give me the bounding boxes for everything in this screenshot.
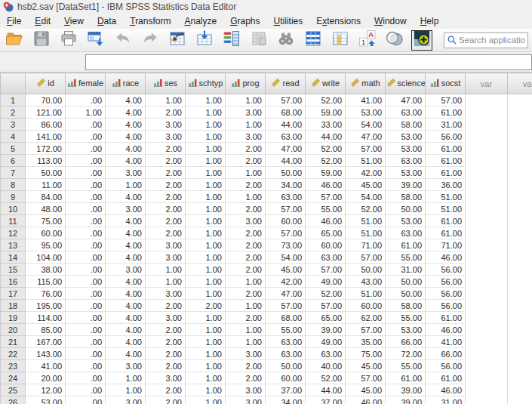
cell-read-row24[interactable]: 60.00 (266, 372, 306, 384)
cell-var1-row24[interactable] (466, 372, 508, 384)
cell-id-row23[interactable]: 41.00 (26, 360, 66, 372)
cell-math-row20[interactable]: 57.00 (346, 324, 386, 336)
cell-socst-row24[interactable]: 61.00 (426, 372, 466, 384)
cell-race-row1[interactable]: 4.00 (106, 94, 146, 106)
cell-ses-row11[interactable]: 2.00 (146, 215, 186, 227)
cell-id-row11[interactable]: 75.00 (26, 215, 66, 227)
toolbar-redo-button[interactable] (140, 30, 161, 51)
cell-math-row22[interactable]: 75.00 (346, 348, 386, 360)
cell-read-row10[interactable]: 57.00 (266, 203, 306, 215)
cell-prog-row20[interactable]: 1.00 (226, 324, 266, 336)
cell-socst-row21[interactable]: 41.00 (426, 336, 466, 348)
toolbar-custom-dialogs-button[interactable] (411, 30, 432, 51)
cell-prog-row8[interactable]: 2.00 (226, 179, 266, 191)
row-number[interactable]: 15 (1, 264, 26, 276)
cell-science-row22[interactable]: 72.00 (386, 348, 426, 360)
cell-id-row18[interactable]: 195.00 (26, 300, 66, 312)
cell-schtyp-row22[interactable]: 1.00 (186, 348, 226, 360)
cell-schtyp-row26[interactable]: 1.00 (186, 396, 226, 404)
cell-prog-row9[interactable]: 1.00 (226, 191, 266, 203)
cell-var1-row23[interactable] (466, 360, 508, 372)
cell-female-row6[interactable]: .00 (66, 155, 106, 167)
cell-schtyp-row16[interactable]: 1.00 (186, 276, 226, 288)
cell-socst-row15[interactable]: 56.00 (426, 264, 466, 276)
cell-ses-row3[interactable]: 3.00 (146, 119, 186, 131)
cell-var1-row13[interactable] (466, 239, 508, 251)
cell-race-row19[interactable]: 4.00 (106, 312, 146, 324)
column-header-prog[interactable]: prog (226, 73, 266, 94)
cell-socst-row9[interactable]: 51.00 (426, 191, 466, 203)
cell-race-row17[interactable]: 4.00 (106, 288, 146, 300)
cell-socst-row3[interactable]: 31.00 (426, 119, 466, 131)
menu-item-analyze[interactable]: Analyze (177, 14, 223, 29)
cell-ses-row10[interactable]: 2.00 (146, 203, 186, 215)
cell-write-row24[interactable]: 52.00 (306, 372, 346, 384)
cell-prog-row2[interactable]: 3.00 (226, 106, 266, 119)
menu-item-view[interactable]: View (57, 14, 91, 29)
cell-prog-row18[interactable]: 1.00 (226, 300, 266, 312)
toolbar-open-data-button[interactable] (4, 30, 25, 51)
cell-female-row5[interactable]: .00 (66, 143, 106, 155)
cell-var2-row15[interactable] (508, 264, 532, 276)
cell-socst-row23[interactable]: 56.00 (426, 360, 466, 372)
cell-math-row26[interactable]: 46.00 (346, 396, 386, 404)
cell-var1-row19[interactable] (466, 312, 508, 324)
cell-female-row12[interactable]: .00 (66, 227, 106, 239)
cell-ses-row20[interactable]: 2.00 (146, 324, 186, 336)
cell-schtyp-row3[interactable]: 1.00 (186, 119, 226, 131)
cell-science-row17[interactable]: 50.00 (386, 288, 426, 300)
cell-female-row9[interactable]: .00 (66, 191, 106, 203)
cell-math-row8[interactable]: 45.00 (346, 179, 386, 191)
column-header-read[interactable]: read (266, 73, 306, 94)
cell-schtyp-row17[interactable]: 1.00 (186, 288, 226, 300)
cell-id-row17[interactable]: 76.00 (26, 288, 66, 300)
cell-var2-row22[interactable] (508, 348, 532, 360)
cell-math-row1[interactable]: 41.00 (346, 94, 386, 106)
cell-var1-row3[interactable] (466, 119, 508, 131)
cell-math-row10[interactable]: 52.00 (346, 203, 386, 215)
cell-math-row12[interactable]: 51.00 (346, 227, 386, 239)
toolbar-insert-cases-button[interactable] (248, 30, 269, 51)
cell-socst-row13[interactable]: 71.00 (426, 239, 466, 251)
cell-schtyp-row6[interactable]: 1.00 (186, 155, 226, 167)
cell-ses-row8[interactable]: 2.00 (146, 179, 186, 191)
toolbar-undo-button[interactable] (112, 30, 134, 51)
column-header-science[interactable]: science (386, 73, 426, 94)
cell-write-row10[interactable]: 55.00 (306, 203, 346, 215)
cell-var1-row26[interactable] (466, 396, 508, 404)
cell-socst-row14[interactable]: 46.00 (426, 251, 466, 264)
row-number[interactable]: 16 (1, 276, 26, 288)
cell-race-row23[interactable]: 3.00 (106, 360, 146, 372)
cell-schtyp-row1[interactable]: 1.00 (186, 94, 226, 106)
cell-female-row11[interactable]: .00 (66, 215, 106, 227)
cell-id-row26[interactable]: 53.00 (26, 396, 66, 404)
cell-var2-row20[interactable] (508, 324, 532, 336)
cell-id-row12[interactable]: 60.00 (26, 227, 66, 239)
cell-female-row1[interactable]: .00 (66, 94, 106, 106)
cell-race-row2[interactable]: 4.00 (106, 106, 146, 119)
cell-female-row15[interactable]: .00 (66, 264, 106, 276)
cell-write-row22[interactable]: 63.00 (306, 348, 346, 360)
cell-science-row23[interactable]: 55.00 (386, 360, 426, 372)
cell-var1-row4[interactable] (466, 131, 508, 143)
cell-write-row9[interactable]: 57.00 (306, 191, 346, 203)
cell-ses-row9[interactable]: 2.00 (146, 191, 186, 203)
cell-schtyp-row9[interactable]: 1.00 (186, 191, 226, 203)
cell-math-row25[interactable]: 45.00 (346, 384, 386, 396)
cell-schtyp-row24[interactable]: 1.00 (186, 372, 226, 384)
cell-var2-row21[interactable] (508, 336, 532, 348)
cell-socst-row19[interactable]: 61.00 (426, 312, 466, 324)
row-number[interactable]: 25 (1, 384, 26, 396)
cell-science-row3[interactable]: 58.00 (386, 119, 426, 131)
toolbar-value-labels-button[interactable]: A1 (357, 30, 378, 51)
cell-ses-row23[interactable]: 2.00 (146, 360, 186, 372)
cell-socst-row25[interactable]: 46.00 (426, 384, 466, 396)
cell-var2-row11[interactable] (508, 215, 532, 227)
cell-schtyp-row14[interactable]: 1.00 (186, 251, 226, 264)
cell-schtyp-row8[interactable]: 1.00 (186, 179, 226, 191)
cell-write-row8[interactable]: 46.00 (306, 179, 346, 191)
cell-science-row20[interactable]: 53.00 (386, 324, 426, 336)
cell-id-row24[interactable]: 20.00 (26, 372, 66, 384)
cell-math-row7[interactable]: 42.00 (346, 167, 386, 179)
cell-schtyp-row20[interactable]: 1.00 (186, 324, 226, 336)
